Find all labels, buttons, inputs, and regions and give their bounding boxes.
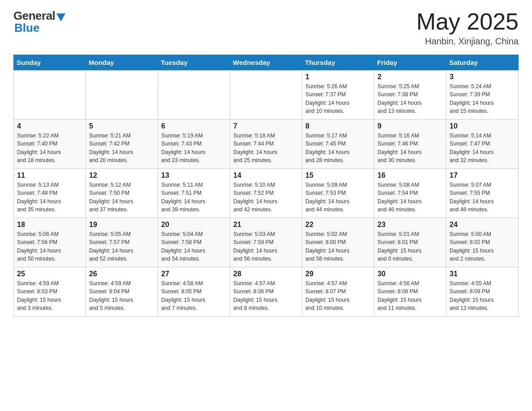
day-info: Sunrise: 5:06 AMSunset: 7:56 PMDaylight:… (17, 230, 82, 263)
day-cell: 13Sunrise: 5:11 AMSunset: 7:51 PMDayligh… (158, 169, 230, 218)
day-number: 14 (233, 171, 299, 180)
day-cell: 25Sunrise: 4:59 AMSunset: 8:03 PMDayligh… (14, 267, 86, 317)
week-row-0: 1Sunrise: 5:26 AMSunset: 7:37 PMDaylight… (14, 70, 519, 120)
day-cell: 15Sunrise: 5:09 AMSunset: 7:53 PMDayligh… (302, 169, 374, 218)
day-cell: 7Sunrise: 5:18 AMSunset: 7:44 PMDaylight… (230, 120, 302, 169)
day-number: 18 (17, 221, 82, 229)
day-number: 16 (378, 171, 443, 180)
day-number: 11 (17, 171, 82, 180)
day-cell: 12Sunrise: 5:12 AMSunset: 7:50 PMDayligh… (86, 169, 158, 218)
day-info: Sunrise: 4:57 AMSunset: 8:06 PMDaylight:… (233, 279, 299, 312)
day-info: Sunrise: 5:01 AMSunset: 8:01 PMDaylight:… (378, 230, 443, 263)
day-number: 23 (378, 221, 443, 229)
day-cell: 21Sunrise: 5:03 AMSunset: 7:59 PMDayligh… (230, 218, 302, 267)
day-info: Sunrise: 5:13 AMSunset: 7:48 PMDaylight:… (17, 181, 82, 214)
header-cell-monday: Monday (86, 55, 158, 70)
day-number: 13 (161, 171, 227, 180)
month-title: May 2025 (416, 9, 519, 34)
day-number: 28 (233, 270, 299, 278)
day-number: 25 (17, 270, 82, 278)
day-number: 1 (305, 73, 371, 81)
day-cell: 9Sunrise: 5:16 AMSunset: 7:46 PMDaylight… (374, 120, 446, 169)
day-number: 29 (305, 270, 371, 278)
day-cell: 18Sunrise: 5:06 AMSunset: 7:56 PMDayligh… (14, 218, 86, 267)
day-info: Sunrise: 5:14 AMSunset: 7:47 PMDaylight:… (450, 132, 515, 164)
day-info: Sunrise: 5:03 AMSunset: 7:59 PMDaylight:… (233, 230, 299, 263)
calendar-body: 1Sunrise: 5:26 AMSunset: 7:37 PMDaylight… (14, 70, 519, 317)
day-cell: 28Sunrise: 4:57 AMSunset: 8:06 PMDayligh… (230, 267, 302, 317)
day-cell: 29Sunrise: 4:57 AMSunset: 8:07 PMDayligh… (302, 267, 374, 317)
logo: General Blue (13, 9, 65, 35)
title-block: May 2025 Hanbin, Xinjiang, China (416, 9, 519, 47)
day-number: 8 (305, 122, 371, 130)
day-info: Sunrise: 5:05 AMSunset: 7:57 PMDaylight:… (89, 230, 154, 263)
calendar-header: SundayMondayTuesdayWednesdayThursdayFrid… (14, 55, 519, 70)
day-info: Sunrise: 4:59 AMSunset: 8:04 PMDaylight:… (89, 279, 154, 312)
day-info: Sunrise: 5:17 AMSunset: 7:45 PMDaylight:… (305, 132, 371, 164)
day-info: Sunrise: 5:00 AMSunset: 8:02 PMDaylight:… (450, 230, 515, 263)
day-number: 3 (450, 73, 515, 81)
day-info: Sunrise: 5:18 AMSunset: 7:44 PMDaylight:… (233, 132, 299, 164)
header-cell-sunday: Sunday (14, 55, 86, 70)
calendar-table: SundayMondayTuesdayWednesdayThursdayFrid… (13, 55, 519, 317)
header-cell-wednesday: Wednesday (230, 55, 302, 70)
day-info: Sunrise: 5:22 AMSunset: 7:40 PMDaylight:… (17, 132, 82, 164)
day-cell (14, 70, 86, 120)
day-cell (230, 70, 302, 120)
day-cell: 23Sunrise: 5:01 AMSunset: 8:01 PMDayligh… (374, 218, 446, 267)
day-number: 7 (233, 122, 299, 130)
day-info: Sunrise: 5:08 AMSunset: 7:54 PMDaylight:… (378, 181, 443, 214)
logo-arrow-icon (56, 13, 65, 21)
day-cell: 3Sunrise: 5:24 AMSunset: 7:39 PMDaylight… (446, 70, 519, 120)
day-info: Sunrise: 5:16 AMSunset: 7:46 PMDaylight:… (378, 132, 443, 164)
header-cell-tuesday: Tuesday (158, 55, 230, 70)
day-cell (86, 70, 158, 120)
day-cell: 1Sunrise: 5:26 AMSunset: 7:37 PMDaylight… (302, 70, 374, 120)
day-info: Sunrise: 5:09 AMSunset: 7:53 PMDaylight:… (305, 181, 371, 214)
day-number: 5 (89, 122, 154, 130)
day-cell: 30Sunrise: 4:56 AMSunset: 8:08 PMDayligh… (374, 267, 446, 317)
day-number: 20 (161, 221, 227, 229)
day-cell: 5Sunrise: 5:21 AMSunset: 7:42 PMDaylight… (86, 120, 158, 169)
logo-blue-text: Blue (14, 21, 39, 35)
day-number: 24 (450, 221, 515, 229)
day-number: 4 (17, 122, 82, 130)
day-cell: 4Sunrise: 5:22 AMSunset: 7:40 PMDaylight… (14, 120, 86, 169)
day-cell: 20Sunrise: 5:04 AMSunset: 7:58 PMDayligh… (158, 218, 230, 267)
header-cell-saturday: Saturday (446, 55, 519, 70)
day-cell: 8Sunrise: 5:17 AMSunset: 7:45 PMDaylight… (302, 120, 374, 169)
day-cell: 19Sunrise: 5:05 AMSunset: 7:57 PMDayligh… (86, 218, 158, 267)
day-cell: 6Sunrise: 5:19 AMSunset: 7:43 PMDaylight… (158, 120, 230, 169)
day-info: Sunrise: 4:57 AMSunset: 8:07 PMDaylight:… (305, 279, 371, 312)
day-info: Sunrise: 4:58 AMSunset: 8:05 PMDaylight:… (161, 279, 227, 312)
day-number: 27 (161, 270, 227, 278)
day-number: 26 (89, 270, 154, 278)
location: Hanbin, Xinjiang, China (416, 36, 519, 47)
page-header: General Blue May 2025 Hanbin, Xinjiang, … (13, 9, 519, 47)
week-row-2: 11Sunrise: 5:13 AMSunset: 7:48 PMDayligh… (14, 169, 519, 218)
week-row-3: 18Sunrise: 5:06 AMSunset: 7:56 PMDayligh… (14, 218, 519, 267)
day-number: 10 (450, 122, 515, 130)
day-info: Sunrise: 5:24 AMSunset: 7:39 PMDaylight:… (450, 82, 515, 115)
day-number: 21 (233, 221, 299, 229)
day-cell: 2Sunrise: 5:25 AMSunset: 7:38 PMDaylight… (374, 70, 446, 120)
day-cell: 31Sunrise: 4:55 AMSunset: 8:09 PMDayligh… (446, 267, 519, 317)
day-info: Sunrise: 5:12 AMSunset: 7:50 PMDaylight:… (89, 181, 154, 214)
day-number: 12 (89, 171, 154, 180)
day-cell: 24Sunrise: 5:00 AMSunset: 8:02 PMDayligh… (446, 218, 519, 267)
day-info: Sunrise: 5:10 AMSunset: 7:52 PMDaylight:… (233, 181, 299, 214)
day-number: 2 (378, 73, 443, 81)
day-number: 9 (378, 122, 443, 130)
day-cell: 22Sunrise: 5:02 AMSunset: 8:00 PMDayligh… (302, 218, 374, 267)
day-info: Sunrise: 4:59 AMSunset: 8:03 PMDaylight:… (17, 279, 82, 312)
day-cell: 11Sunrise: 5:13 AMSunset: 7:48 PMDayligh… (14, 169, 86, 218)
day-number: 17 (450, 171, 515, 180)
day-number: 19 (89, 221, 154, 229)
day-info: Sunrise: 4:56 AMSunset: 8:08 PMDaylight:… (378, 279, 443, 312)
header-cell-friday: Friday (374, 55, 446, 70)
header-cell-thursday: Thursday (302, 55, 374, 70)
day-info: Sunrise: 5:19 AMSunset: 7:43 PMDaylight:… (161, 132, 227, 164)
day-cell: 10Sunrise: 5:14 AMSunset: 7:47 PMDayligh… (446, 120, 519, 169)
day-info: Sunrise: 5:25 AMSunset: 7:38 PMDaylight:… (378, 82, 443, 115)
day-cell (158, 70, 230, 120)
